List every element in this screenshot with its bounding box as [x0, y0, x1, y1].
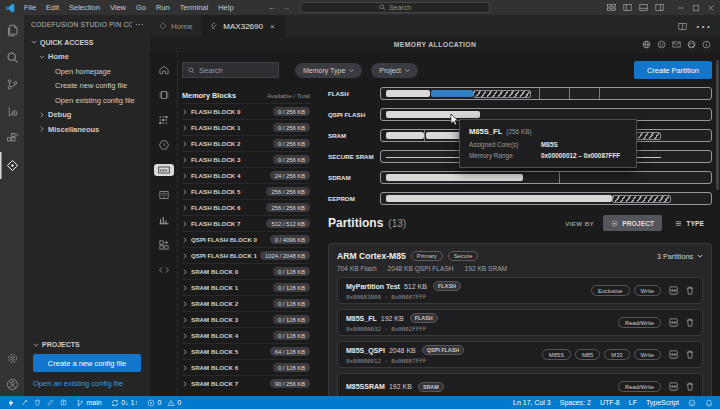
feedback-icon[interactable] [657, 40, 666, 49]
view-by-type-button[interactable]: TYPE [667, 215, 712, 231]
memory-usage-bar[interactable] [380, 192, 712, 205]
extensions-icon[interactable] [0, 125, 24, 152]
open-config-file-link[interactable]: Open an existing config file [33, 379, 141, 388]
delete-partition-icon[interactable] [686, 286, 694, 295]
delete-partition-icon[interactable] [686, 350, 694, 359]
toggle-sidebar-icon[interactable] [623, 3, 632, 12]
view-by-project-button[interactable]: PROJECT [603, 215, 662, 231]
memory-block-row[interactable]: SRAM BLOCK 40 / 128 KB [182, 327, 310, 343]
sync-indicator[interactable]: 0↓ 1↑ [111, 399, 138, 407]
peripherals-tool-icon[interactable] [150, 232, 178, 257]
memory-block-row[interactable]: FLASH BLOCK 10 / 256 KB [182, 119, 310, 135]
memory-type-filter[interactable]: Memory Type [295, 63, 362, 78]
create-partition-button[interactable]: Create Partition [634, 61, 712, 79]
memory-search-input[interactable]: Search [182, 62, 279, 78]
delete-partition-icon[interactable] [686, 318, 694, 327]
memory-usage-bar[interactable] [380, 171, 712, 184]
search-sidebar-icon[interactable] [0, 44, 24, 71]
resize-partition-icon[interactable] [669, 382, 678, 391]
menu-edit[interactable]: Edit [41, 0, 64, 15]
memory-block-row[interactable]: SRAM BLOCK 790 / 256 KB [182, 375, 310, 391]
memory-block-row[interactable]: QSPI FLASH BLOCK 11024 / 2048 KB [182, 247, 310, 263]
partition-row[interactable]: MyPartition Test512 KBFLASH0x00083800 - … [337, 277, 703, 304]
memory-block-row[interactable]: FLASH BLOCK 5256 / 256 KB [182, 183, 310, 199]
tab-max32690[interactable]: MAX32690 × [202, 15, 284, 37]
git-branch-indicator[interactable]: main [76, 399, 102, 407]
account-icon[interactable] [0, 372, 24, 396]
tree-item-home[interactable]: Home [24, 50, 150, 65]
memory-block-row[interactable]: SRAM BLOCK 00 / 128 KB [182, 263, 310, 279]
memory-block-row[interactable]: SRAM BLOCK 30 / 128 KB [182, 311, 310, 327]
resize-partition-icon[interactable] [669, 286, 678, 295]
pin-grid-tool-icon[interactable] [150, 107, 178, 132]
editor-more-actions-icon[interactable]: ⋯ [695, 17, 711, 36]
source-control-icon[interactable] [0, 71, 24, 98]
status-item[interactable]: Ln 17, Col 3 [513, 399, 551, 406]
globe-icon[interactable] [642, 40, 651, 49]
partition-row[interactable]: M85S_FL192 KBFLASH0x00000032 - 0x0002FFF… [337, 309, 703, 336]
tree-item-miscellaneous[interactable]: Miscellaneous [24, 122, 150, 137]
codefusion-studio-icon[interactable] [0, 152, 24, 179]
info-icon[interactable] [702, 40, 711, 49]
group-partition-count[interactable]: 3 Partitions [657, 252, 703, 261]
forward-arrow-icon[interactable]: → [282, 3, 290, 12]
home-tool-icon[interactable] [150, 57, 178, 82]
tree-item-debug[interactable]: Debug [24, 108, 150, 123]
resize-partition-icon[interactable] [669, 350, 678, 359]
problems-indicator[interactable]: 0 0 [147, 399, 181, 407]
status-tool-icon[interactable] [21, 399, 28, 406]
global-search-input[interactable]: Search [300, 2, 490, 13]
back-arrow-icon[interactable]: ← [268, 3, 276, 12]
notifications-bell-icon[interactable] [705, 399, 713, 407]
resize-partition-icon[interactable] [669, 318, 678, 327]
toggle-rightpanel-icon[interactable] [655, 3, 664, 12]
status-item[interactable]: UTF-8 [600, 399, 620, 406]
status-tool-icon[interactable] [47, 399, 54, 406]
settings-gear-icon[interactable] [0, 345, 24, 372]
memory-block-row[interactable]: SRAM BLOCK 60 / 128 KB [182, 359, 310, 375]
tab-home[interactable]: Home [150, 15, 202, 37]
partition-row[interactable]: M85SSRAM192 KBSRAMRead/Write [337, 373, 703, 396]
toggle-bottompanel-icon[interactable] [639, 3, 648, 12]
close-tab-icon[interactable]: × [270, 22, 275, 31]
memory-allocation-tool-icon[interactable] [150, 157, 178, 182]
tree-item-open-existing-config-file[interactable]: Open existing config file [24, 93, 150, 108]
memory-block-row[interactable]: FLASH BLOCK 424 / 256 KB [182, 167, 310, 183]
menu-selection[interactable]: Selection [64, 0, 105, 15]
github-icon[interactable] [687, 40, 696, 49]
create-config-file-button[interactable]: Create a new config file [33, 354, 141, 372]
explorer-icon[interactable] [0, 17, 24, 44]
run-debug-icon[interactable] [0, 98, 24, 125]
delete-partition-icon[interactable] [686, 382, 694, 391]
status-tool-icon[interactable] [60, 399, 67, 406]
status-tool-icon[interactable] [34, 399, 41, 406]
registers-tool-icon[interactable] [150, 182, 178, 207]
memory-usage-bar[interactable] [380, 87, 712, 100]
memory-block-row[interactable]: SRAM BLOCK 20 / 128 KB [182, 295, 310, 311]
menu-run[interactable]: Run [151, 0, 175, 15]
code-generation-tool-icon[interactable] [150, 257, 178, 282]
close-button[interactable] [707, 4, 715, 12]
toggle-panel-grid-icon[interactable] [607, 3, 616, 12]
tree-item-create-new-config-file[interactable]: Create new config file [24, 79, 150, 94]
remote-indicator-icon[interactable] [7, 399, 15, 407]
status-item[interactable]: TypeScript [646, 399, 679, 406]
minimize-button[interactable] [677, 4, 685, 12]
memory-block-row[interactable]: QSPI FLASH BLOCK 00 / 4096 KB [182, 231, 310, 247]
bar-segment-active[interactable] [431, 90, 474, 97]
memory-block-row[interactable]: SRAM BLOCK 10 / 128 KB [182, 279, 310, 295]
tree-item-open-homepage[interactable]: Open homepage [24, 64, 150, 79]
menu-go[interactable]: Go [131, 0, 151, 15]
menu-file[interactable]: File [19, 0, 41, 15]
menu-view[interactable]: View [105, 0, 131, 15]
status-item[interactable]: Spaces: 2 [560, 399, 591, 406]
menu-help[interactable]: Help [213, 0, 238, 15]
pinmux-tool-icon[interactable] [150, 82, 178, 107]
feedback-smiley-icon[interactable] [688, 399, 696, 407]
project-filter[interactable]: Project [371, 63, 418, 78]
scrollbar[interactable] [716, 60, 719, 190]
memory-block-row[interactable]: FLASH BLOCK 20 / 256 KB [182, 135, 310, 151]
sidebar-more-actions-icon[interactable]: ⋯ [132, 20, 143, 29]
mail-icon[interactable] [672, 40, 681, 49]
memory-block-row[interactable]: FLASH BLOCK 6256 / 256 KB [182, 199, 310, 215]
